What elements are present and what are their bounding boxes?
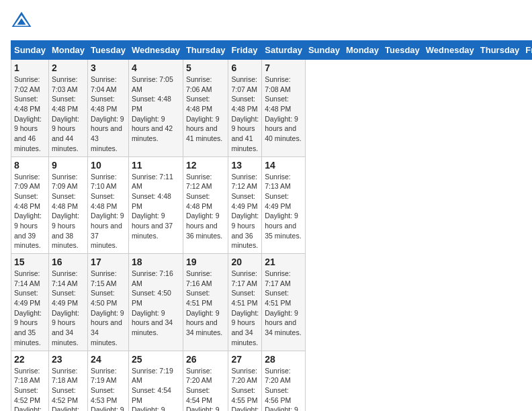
day-number: 14	[265, 160, 302, 171]
sunset-label: Sunset: 4:48 PM	[91, 192, 117, 210]
day-info: Sunrise: 7:04 AM Sunset: 4:48 PM Dayligh…	[91, 75, 126, 154]
day-number: 13	[231, 160, 259, 171]
sunset-label: Sunset: 4:53 PM	[91, 386, 117, 404]
day-info: Sunrise: 7:02 AM Sunset: 4:48 PM Dayligh…	[14, 75, 46, 154]
day-info: Sunrise: 7:19 AM Sunset: 4:53 PM Dayligh…	[91, 366, 126, 412]
day-info: Sunrise: 7:08 AM Sunset: 4:48 PM Dayligh…	[265, 75, 302, 144]
day-of-week-header: Wednesday	[128, 41, 183, 60]
day-of-week-header: Sunday	[11, 41, 49, 60]
day-of-week-header: Thursday	[183, 41, 228, 60]
daylight-label: Daylight: 9 hours and 35 minutes.	[14, 309, 42, 347]
calendar-cell: 2 Sunrise: 7:03 AM Sunset: 4:48 PM Dayli…	[48, 60, 87, 157]
sunrise-label: Sunrise: 7:18 AM	[14, 367, 40, 385]
day-of-week-header: Thursday	[477, 41, 523, 60]
calendar-cell: 12 Sunrise: 7:12 AM Sunset: 4:48 PM Dayl…	[183, 156, 228, 254]
calendar-cell: 23 Sunrise: 7:18 AM Sunset: 4:52 PM Dayl…	[48, 351, 87, 411]
calendar-cell: 26 Sunrise: 7:20 AM Sunset: 4:54 PM Dayl…	[183, 351, 228, 411]
day-of-week-header: Tuesday	[382, 41, 423, 60]
day-info: Sunrise: 7:11 AM Sunset: 4:48 PM Dayligh…	[132, 172, 180, 241]
daylight-label: Daylight: 9 hours and 43 minutes.	[91, 115, 124, 152]
calendar-table: SundayMondayTuesdayWednesdayThursdayFrid…	[11, 40, 532, 411]
sunset-label: Sunset: 4:55 PM	[231, 386, 257, 404]
sunrise-label: Sunrise: 7:09 AM	[52, 173, 78, 191]
sunrise-label: Sunrise: 7:16 AM	[186, 269, 212, 287]
day-number: 18	[132, 257, 180, 267]
day-number: 12	[186, 160, 226, 171]
sunrise-label: Sunrise: 7:19 AM	[91, 367, 117, 385]
sunrise-label: Sunrise: 7:20 AM	[265, 367, 291, 385]
sunrise-label: Sunrise: 7:04 AM	[91, 75, 117, 93]
logo-icon	[11, 11, 32, 32]
day-info: Sunrise: 7:18 AM Sunset: 4:52 PM Dayligh…	[14, 366, 46, 412]
daylight-label: Daylight: 9 hours and 34 minutes.	[132, 309, 173, 336]
day-info: Sunrise: 7:09 AM Sunset: 4:48 PM Dayligh…	[52, 172, 85, 251]
calendar-cell: 22 Sunrise: 7:18 AM Sunset: 4:52 PM Dayl…	[11, 351, 49, 411]
sunrise-label: Sunrise: 7:07 AM	[231, 75, 257, 93]
daylight-label: Daylight: 9 hours and 39 minutes.	[14, 212, 42, 249]
daylight-label: Daylight: 9 hours and 34 minutes.	[14, 406, 42, 411]
sunset-label: Sunset: 4:51 PM	[265, 289, 291, 307]
calendar-cell: 25 Sunrise: 7:19 AM Sunset: 4:54 PM Dayl…	[128, 351, 183, 411]
sunrise-label: Sunrise: 7:17 AM	[231, 269, 257, 287]
daylight-label: Daylight: 9 hours and 34 minutes.	[265, 309, 301, 336]
day-of-week-header: Monday	[343, 41, 382, 60]
calendar-cell: 28 Sunrise: 7:20 AM Sunset: 4:56 PM Dayl…	[262, 351, 306, 411]
sunrise-label: Sunrise: 7:05 AM	[132, 75, 173, 93]
daylight-label: Daylight: 9 hours and 36 minutes.	[231, 212, 259, 249]
sunset-label: Sunset: 4:48 PM	[231, 95, 257, 113]
sunset-label: Sunset: 4:48 PM	[186, 95, 212, 113]
sunrise-label: Sunrise: 7:13 AM	[265, 173, 291, 191]
day-number: 10	[91, 160, 126, 171]
daylight-label: Daylight: 9 hours and 33 minutes.	[91, 406, 124, 411]
daylight-label: Daylight: 9 hours and 34 minutes.	[91, 309, 124, 347]
day-info: Sunrise: 7:07 AM Sunset: 4:48 PM Dayligh…	[231, 75, 259, 154]
day-number: 5	[186, 62, 226, 73]
calendar-cell: 11 Sunrise: 7:11 AM Sunset: 4:48 PM Dayl…	[128, 156, 183, 254]
day-number: 17	[91, 257, 126, 267]
page-header	[11, 11, 521, 32]
sunset-label: Sunset: 4:48 PM	[14, 192, 40, 210]
day-info: Sunrise: 7:19 AM Sunset: 4:54 PM Dayligh…	[132, 366, 180, 412]
calendar-cell: 15 Sunrise: 7:14 AM Sunset: 4:49 PM Dayl…	[11, 254, 49, 351]
sunset-label: Sunset: 4:51 PM	[231, 289, 257, 307]
day-info: Sunrise: 7:15 AM Sunset: 4:50 PM Dayligh…	[91, 269, 126, 348]
calendar-cell: 24 Sunrise: 7:19 AM Sunset: 4:53 PM Dayl…	[88, 351, 129, 411]
day-number: 16	[52, 257, 85, 267]
day-info: Sunrise: 7:20 AM Sunset: 4:55 PM Dayligh…	[231, 366, 259, 412]
calendar-week-row: 1 Sunrise: 7:02 AM Sunset: 4:48 PM Dayli…	[11, 60, 533, 157]
day-number: 15	[14, 257, 46, 267]
logo	[11, 11, 35, 32]
day-info: Sunrise: 7:12 AM Sunset: 4:49 PM Dayligh…	[231, 172, 259, 251]
day-number: 28	[265, 354, 302, 365]
day-info: Sunrise: 7:16 AM Sunset: 4:50 PM Dayligh…	[132, 269, 180, 338]
sunrise-label: Sunrise: 7:18 AM	[52, 367, 78, 385]
sunrise-label: Sunrise: 7:17 AM	[265, 269, 291, 287]
calendar-header-row: SundayMondayTuesdayWednesdayThursdayFrid…	[11, 41, 533, 60]
day-number: 3	[91, 62, 126, 73]
calendar-week-row: 22 Sunrise: 7:18 AM Sunset: 4:52 PM Dayl…	[11, 351, 533, 411]
day-info: Sunrise: 7:20 AM Sunset: 4:54 PM Dayligh…	[186, 366, 226, 412]
calendar-cell: 1 Sunrise: 7:02 AM Sunset: 4:48 PM Dayli…	[11, 60, 49, 157]
day-number: 21	[265, 257, 302, 267]
day-number: 25	[132, 354, 180, 365]
calendar-cell: 9 Sunrise: 7:09 AM Sunset: 4:48 PM Dayli…	[48, 156, 87, 254]
day-number: 11	[132, 160, 180, 171]
day-number: 27	[231, 354, 259, 365]
calendar-cell: 5 Sunrise: 7:06 AM Sunset: 4:48 PM Dayli…	[183, 60, 228, 157]
day-of-week-header: Monday	[48, 41, 87, 60]
sunrise-label: Sunrise: 7:14 AM	[14, 269, 40, 287]
sunrise-label: Sunrise: 7:20 AM	[231, 367, 257, 385]
day-number: 8	[14, 160, 46, 171]
day-info: Sunrise: 7:17 AM Sunset: 4:51 PM Dayligh…	[265, 269, 302, 338]
daylight-label: Daylight: 9 hours and 38 minutes.	[52, 212, 79, 249]
day-of-week-header: Saturday	[262, 41, 306, 60]
daylight-label: Daylight: 9 hours and 35 minutes.	[265, 212, 301, 239]
day-number: 1	[14, 62, 46, 73]
calendar-cell: 17 Sunrise: 7:15 AM Sunset: 4:50 PM Dayl…	[88, 254, 129, 351]
day-info: Sunrise: 7:10 AM Sunset: 4:48 PM Dayligh…	[91, 172, 126, 251]
daylight-label: Daylight: 9 hours and 41 minutes.	[231, 115, 259, 152]
sunrise-label: Sunrise: 7:02 AM	[14, 75, 40, 93]
sunset-label: Sunset: 4:48 PM	[52, 95, 78, 113]
calendar-cell: 7 Sunrise: 7:08 AM Sunset: 4:48 PM Dayli…	[262, 60, 306, 157]
sunset-label: Sunset: 4:54 PM	[186, 386, 212, 404]
